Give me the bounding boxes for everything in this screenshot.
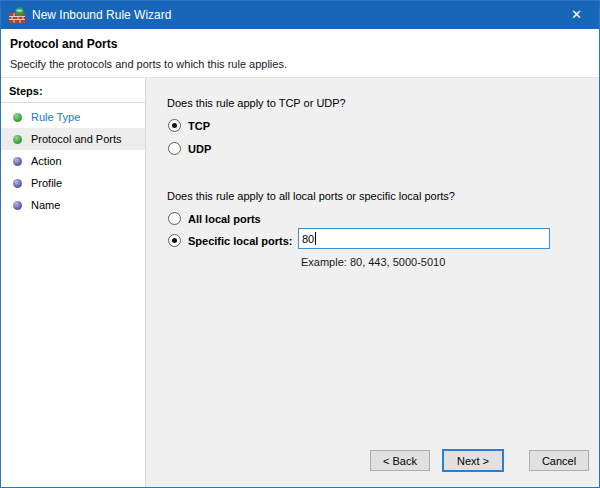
next-button[interactable]: Next > — [442, 449, 504, 472]
protocol-question: Does this rule apply to TCP or UDP? — [167, 97, 346, 109]
step-label: Profile — [31, 177, 62, 189]
ports-question: Does this rule apply to all local ports … — [167, 190, 455, 202]
cancel-button[interactable]: Cancel — [529, 450, 589, 471]
specific-ports-input[interactable] — [298, 228, 550, 249]
steps-sidebar: Steps: Rule Type Protocol and Ports Acti… — [1, 78, 146, 487]
back-button[interactable]: < Back — [370, 450, 430, 471]
steps-separator — [1, 102, 145, 103]
radio-label-udp[interactable]: UDP — [188, 143, 211, 155]
step-label: Rule Type — [31, 111, 80, 123]
sidebar-item-protocol-and-ports[interactable]: Protocol and Ports — [1, 128, 145, 150]
radio-label-specific-local-ports[interactable]: Specific local ports: — [188, 235, 293, 247]
step-bullet-upcoming-icon — [13, 157, 22, 166]
text-caret — [315, 232, 316, 245]
wizard-body: Steps: Rule Type Protocol and Ports Acti… — [1, 78, 599, 487]
sidebar-item-profile: Profile — [1, 172, 145, 194]
step-bullet-upcoming-icon — [13, 201, 22, 210]
sidebar-item-action: Action — [1, 150, 145, 172]
radio-button-all-local-ports[interactable] — [168, 212, 181, 225]
step-bullet-done-icon — [13, 113, 22, 122]
wizard-button-row: < Back Next > Cancel — [370, 450, 589, 471]
step-label: Action — [31, 155, 62, 167]
page-title: Protocol and Ports — [10, 37, 589, 51]
radio-button-specific-local-ports[interactable] — [168, 234, 181, 247]
step-label: Name — [31, 199, 60, 211]
step-bullet-current-icon — [13, 135, 22, 144]
sidebar-item-rule-type[interactable]: Rule Type — [1, 106, 145, 128]
wizard-window: New Inbound Rule Wizard ✕ Protocol and P… — [0, 0, 600, 488]
steps-list: Rule Type Protocol and Ports Action Prof… — [1, 106, 145, 216]
sidebar-item-name: Name — [1, 194, 145, 216]
window-title: New Inbound Rule Wizard — [32, 8, 554, 22]
step-bullet-upcoming-icon — [13, 179, 22, 188]
wizard-page-content: Does this rule apply to TCP or UDP? TCP … — [146, 78, 599, 487]
radio-label-all-local-ports[interactable]: All local ports — [188, 213, 261, 225]
radio-button-udp[interactable] — [168, 142, 181, 155]
radio-option-udp[interactable]: UDP — [168, 142, 211, 155]
page-subtitle: Specify the protocols and ports to which… — [10, 58, 589, 70]
wizard-page-header: Protocol and Ports Specify the protocols… — [1, 29, 599, 78]
ports-example-hint: Example: 80, 443, 5000-5010 — [301, 256, 445, 268]
step-label: Protocol and Ports — [31, 133, 122, 145]
radio-label-tcp[interactable]: TCP — [188, 120, 210, 132]
radio-option-specific-local-ports[interactable]: Specific local ports: — [168, 234, 293, 247]
radio-option-tcp[interactable]: TCP — [168, 119, 210, 132]
close-button[interactable]: ✕ — [554, 1, 599, 29]
radio-option-all-local-ports[interactable]: All local ports — [168, 212, 261, 225]
steps-heading: Steps: — [1, 78, 145, 102]
ports-field-wrapper — [298, 228, 550, 249]
title-bar[interactable]: New Inbound Rule Wizard ✕ — [1, 1, 599, 29]
close-icon: ✕ — [571, 7, 582, 22]
radio-button-tcp[interactable] — [168, 119, 181, 132]
firewall-icon — [9, 7, 25, 23]
